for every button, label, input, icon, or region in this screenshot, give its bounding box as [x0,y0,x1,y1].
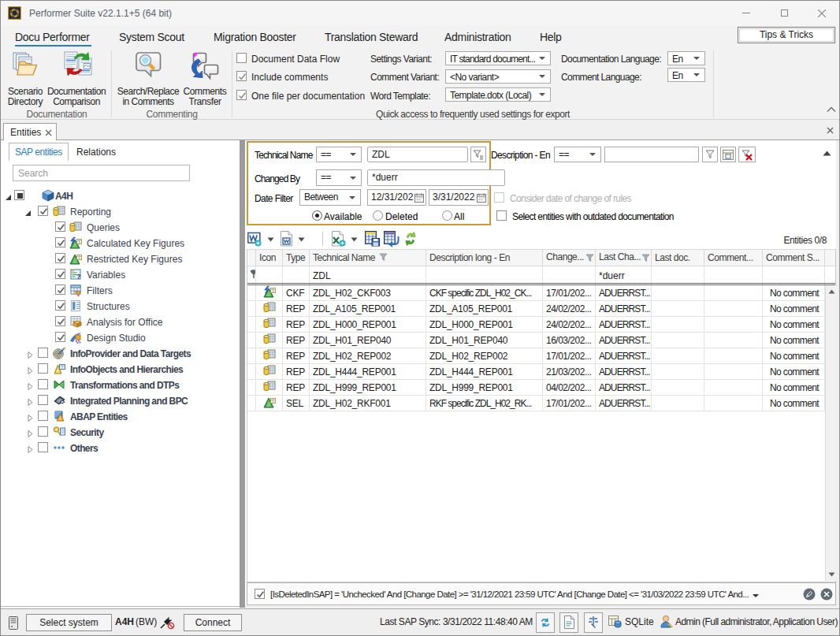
svg-text:?: ? [76,273,81,281]
